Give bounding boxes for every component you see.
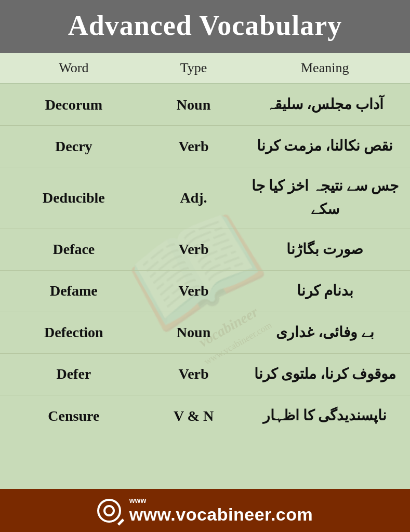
page-header: Advanced Vocabulary <box>0 0 410 53</box>
cell-word: Decry <box>5 138 142 155</box>
footer-www-label: www <box>129 496 147 504</box>
table-row: Censure V & N ناپسندیدگی کا اظہار <box>0 395 410 437</box>
table-row: Deface Verb صورت بگاڑنا <box>0 229 410 271</box>
table-row: Decry Verb نقص نکالنا، مزمت کرنا <box>0 126 410 167</box>
table-row: Defer Verb موقوف کرنا، ملتوی کرنا <box>0 354 410 395</box>
cell-word: Deducible <box>5 190 142 206</box>
cell-word: Censure <box>5 408 142 424</box>
column-header-word: Word <box>5 60 142 76</box>
cell-type: Verb <box>142 283 245 299</box>
search-icon <box>97 499 121 523</box>
cell-type: Verb <box>142 366 245 382</box>
search-circle <box>103 505 115 516</box>
footer-url: www.vocabineer.com <box>129 504 313 525</box>
cell-meaning: آداب مجلس، سلیقہ <box>245 93 405 116</box>
page-title: Advanced Vocabulary <box>68 10 342 41</box>
column-header-type: Type <box>142 60 245 76</box>
cell-meaning: بدنام کرنا <box>245 280 405 303</box>
cell-type: V & N <box>142 408 245 424</box>
column-header-meaning: Meaning <box>245 60 405 76</box>
cell-type: Adj. <box>142 190 245 206</box>
cell-meaning: جس سے نتیجہ اخز کیا جا سکے <box>245 175 405 221</box>
footer: www www.vocabineer.com <box>0 489 410 532</box>
cell-word: Decorum <box>5 97 142 113</box>
table-row: Deducible Adj. جس سے نتیجہ اخز کیا جا سک… <box>0 167 410 229</box>
cell-meaning: بے وفائی، غداری <box>245 321 405 344</box>
table-row: Defame Verb بدنام کرنا <box>0 271 410 312</box>
cell-word: Deface <box>5 241 142 258</box>
cell-meaning: موقوف کرنا، ملتوی کرنا <box>245 363 405 386</box>
cell-type: Verb <box>142 241 245 258</box>
cell-word: Defer <box>5 366 142 382</box>
table-row: Decorum Noun آداب مجلس، سلیقہ <box>0 84 410 126</box>
cell-word: Defame <box>5 283 142 299</box>
vocabulary-table: 📖 vocabineer www.vcabineer.com Decorum N… <box>0 84 410 489</box>
cell-type: Verb <box>142 138 245 155</box>
cell-type: Noun <box>142 97 245 113</box>
cell-meaning: ناپسندیدگی کا اظہار <box>245 404 405 428</box>
cell-meaning: صورت بگاڑنا <box>245 238 405 261</box>
cell-word: Defection <box>5 324 142 341</box>
table-row: Defection Noun بے وفائی، غداری <box>0 312 410 354</box>
cell-meaning: نقص نکالنا، مزمت کرنا <box>245 135 405 158</box>
cell-type: Noun <box>142 324 245 341</box>
vocab-rows-container: Decorum Noun آداب مجلس، سلیقہ Decry Verb… <box>0 84 410 437</box>
column-headers: Word Type Meaning <box>0 53 410 84</box>
